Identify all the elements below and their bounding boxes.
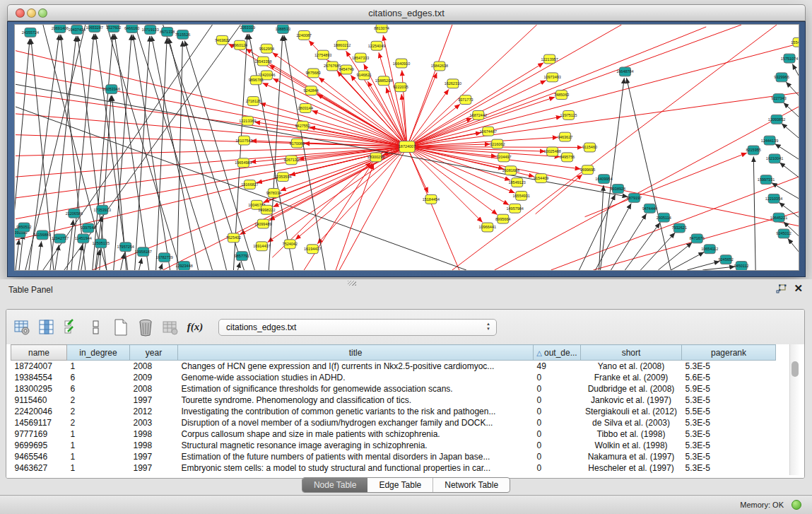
table-cell[interactable]: 0 [534, 440, 581, 451]
table-cell[interactable]: 19384554 [11, 372, 67, 383]
delete-column-button[interactable] [136, 318, 155, 337]
network-node[interactable]: 12754893 [314, 50, 331, 59]
table-cell[interactable]: 1998 [130, 428, 178, 440]
network-node[interactable]: 15842638 [431, 62, 448, 71]
float-panel-button[interactable] [776, 284, 787, 294]
table-cell[interactable]: Investigating the contribution of common… [178, 406, 534, 417]
table-cell[interactable]: 0 [534, 395, 581, 406]
network-node[interactable]: 9450112 [734, 262, 749, 270]
network-node[interactable]: 9878334 [266, 188, 281, 197]
table-cell[interactable]: 49 [534, 361, 581, 373]
network-node[interactable]: 17353913 [94, 205, 111, 214]
table-row[interactable]: 2242004622012Investigating the contribut… [11, 406, 791, 417]
network-node[interactable]: 7204497 [496, 153, 511, 162]
network-node[interactable]: 9242844 [304, 86, 319, 95]
table-cell[interactable]: 0 [534, 462, 581, 474]
network-node[interactable]: 18549123 [509, 178, 526, 187]
network-canvas[interactable]: 2435572420691406204374341065328715276026… [14, 24, 799, 271]
network-node[interactable]: 17957254 [117, 243, 134, 252]
table-cell[interactable]: 18300295 [11, 383, 67, 395]
table-cell[interactable]: 1997 [130, 395, 178, 406]
network-node[interactable]: 2240087 [297, 30, 312, 40]
table-cell[interactable]: Corpus callosum shape and size in male p… [178, 428, 534, 440]
network-node[interactable]: 8471676 [690, 234, 705, 243]
table-row[interactable]: 969969511998Structural magnetic resonanc… [11, 440, 791, 451]
network-node[interactable]: 2803144 [298, 104, 313, 113]
network-node[interactable]: 18543398 [254, 57, 271, 66]
network-node[interactable]: 14099489 [254, 219, 271, 228]
network-node[interactable]: 8454749 [339, 65, 353, 74]
network-node[interactable]: 20053346 [103, 85, 120, 94]
table-cell[interactable]: 2 [67, 417, 130, 428]
network-node[interactable]: 19166827 [241, 180, 258, 189]
column-visibility-button[interactable] [37, 318, 56, 337]
network-graph[interactable]: 2435572420691406204374341065328715276026… [15, 25, 799, 270]
network-node[interactable]: 9699695 [580, 165, 595, 175]
network-node[interactable]: 16782739 [155, 253, 172, 262]
table-cell[interactable]: 5.5E-5 [682, 406, 776, 417]
network-node[interactable]: 16210041 [766, 154, 783, 163]
row-height-button[interactable] [87, 318, 105, 337]
network-node[interactable]: 9463627 [558, 132, 572, 141]
table-cell[interactable]: Hescheler et al. (1997) [581, 462, 682, 474]
table-cell[interactable]: de Silva et al. (2003) [581, 417, 682, 428]
close-panel-button[interactable]: ✕ [794, 283, 803, 294]
table-selector-dropdown[interactable]: citations_edges.txt ▲▼ [218, 319, 497, 336]
table-row[interactable]: 946554611997Estimation of the future num… [11, 451, 791, 462]
table-row[interactable]: 1830029562008Estimation of significance … [11, 383, 791, 395]
network-node[interactable]: 9154409 [534, 174, 548, 183]
table-cell[interactable]: 1997 [130, 462, 178, 474]
table-cell[interactable]: 1998 [130, 440, 178, 451]
network-node[interactable]: 7515526 [175, 30, 190, 39]
table-cell[interactable]: 2 [67, 395, 130, 406]
network-node[interactable]: 9115460 [582, 143, 597, 152]
tab-network-table[interactable]: Network Table [433, 478, 510, 492]
network-node[interactable]: 10719133 [141, 25, 158, 34]
column-header-out_de[interactable]: △out_de... [534, 345, 581, 361]
network-node[interactable]: 9427552 [295, 121, 310, 130]
table-cell[interactable]: 18724007 [11, 361, 67, 373]
table-cell[interactable]: Stergiakouli et al. (2012) [581, 406, 682, 417]
network-node[interactable]: 12353594 [274, 173, 291, 182]
table-cell[interactable]: 0 [534, 417, 581, 428]
network-node[interactable]: 8995664 [495, 214, 510, 223]
network-node[interactable]: 10966441 [479, 223, 496, 232]
scrollbar-thumb[interactable] [792, 361, 799, 377]
table-cell[interactable]: 1 [67, 451, 130, 462]
network-node[interactable]: 11156889 [34, 230, 51, 240]
network-node[interactable]: 12210354 [765, 194, 782, 203]
network-node[interactable]: 10973493 [543, 73, 560, 82]
network-node[interactable]: 7625402 [226, 233, 241, 243]
network-node[interactable]: 7485063 [554, 90, 569, 100]
network-node[interactable]: 16262310 [445, 79, 461, 88]
network-node[interactable]: 1088533 [276, 25, 290, 33]
network-node[interactable]: 9267130 [284, 156, 299, 165]
network-node[interactable]: 8215955 [746, 146, 760, 155]
network-node[interactable]: 20437434 [69, 25, 86, 34]
network-node[interactable]: 3216062 [490, 139, 505, 148]
table-cell[interactable]: 1997 [130, 451, 178, 462]
table-cell[interactable]: Franke et al. (2009) [581, 372, 682, 383]
network-node[interactable]: 9329966 [774, 73, 789, 82]
vertical-scrollbar[interactable] [789, 344, 800, 475]
table-cell[interactable]: 9463627 [11, 462, 67, 474]
table-cell[interactable]: 2003 [130, 417, 178, 428]
table-row[interactable]: 977716911998Corpus callosum shape and si… [11, 428, 791, 440]
table-cell[interactable]: 0 [534, 428, 581, 440]
column-header-title[interactable]: title [178, 345, 534, 361]
table-cell[interactable]: 2009 [130, 372, 178, 383]
table-cell[interactable]: 5.3E-5 [682, 451, 776, 462]
network-node[interactable]: 18547333 [352, 53, 369, 62]
network-node[interactable]: 15885208 [375, 76, 392, 86]
tab-node-table[interactable]: Node Table [302, 478, 368, 492]
network-node[interactable]: 6466160 [124, 25, 139, 33]
column-header-year[interactable]: year [130, 345, 178, 361]
table-cell[interactable]: Estimation of significance thresholds fo… [178, 383, 534, 395]
table-cell[interactable]: 14569117 [11, 417, 67, 428]
network-node[interactable]: 9397548 [81, 223, 95, 233]
network-node[interactable]: 14957984 [507, 204, 524, 213]
table-cell[interactable]: 5.3E-5 [682, 440, 776, 451]
tab-edge-table[interactable]: Edge Table [367, 478, 433, 492]
network-node[interactable]: 24355724 [22, 28, 39, 37]
table-cell[interactable]: 2008 [130, 383, 178, 395]
